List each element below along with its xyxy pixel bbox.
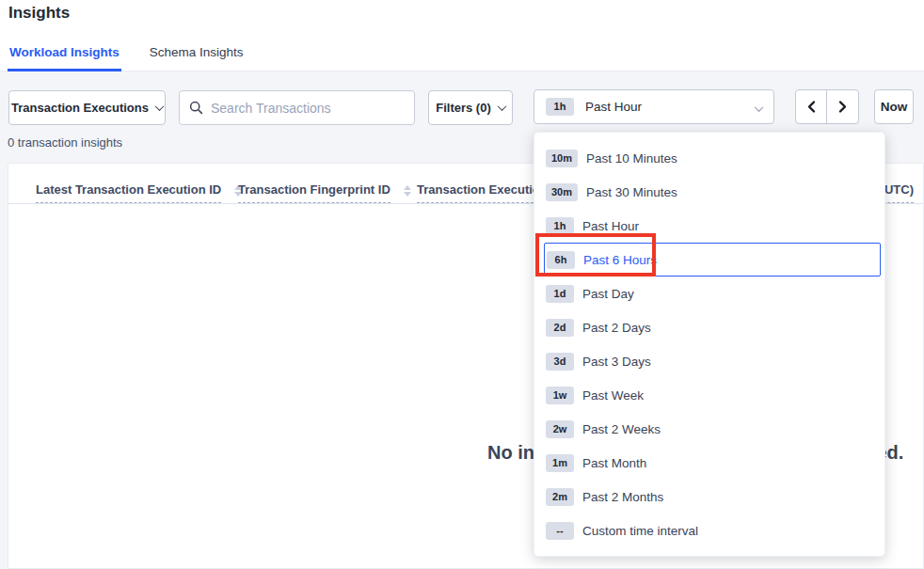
time-option[interactable]: 1dPast Day <box>534 277 884 310</box>
time-option[interactable]: 3dPast 3 Days <box>534 344 884 378</box>
column-header-transaction-execution[interactable]: Transaction Execution <box>417 182 548 203</box>
chevron-down-icon <box>155 102 165 111</box>
time-option-label: Past 2 Weeks <box>582 422 661 436</box>
time-option-label: Past 3 Days <box>582 355 651 369</box>
search-icon <box>189 101 203 115</box>
time-option-badge: 3d <box>546 353 574 371</box>
time-range-selector[interactable]: 1h Past Hour <box>534 89 774 124</box>
time-option-label: Past Day <box>582 287 634 301</box>
time-option-badge: 2w <box>546 420 574 438</box>
time-option-label: Past Hour <box>582 219 639 233</box>
page-header: Insights Workload Insights Schema Insigh… <box>0 0 924 71</box>
time-option[interactable]: 2mPast 2 Months <box>534 480 884 514</box>
search-box[interactable] <box>179 90 415 125</box>
time-option[interactable]: 30mPast 30 Minutes <box>534 175 884 209</box>
time-option-badge: 10m <box>546 150 578 167</box>
time-range-arrows <box>795 89 859 124</box>
time-option-label: Past Month <box>582 456 646 470</box>
now-label: Now <box>881 100 908 114</box>
time-range-label: Past Hour <box>585 100 642 114</box>
time-option[interactable]: 1wPast Week <box>534 378 884 412</box>
time-option[interactable]: 1hPast Hour <box>534 209 884 243</box>
tab-workload-insights[interactable]: Workload Insights <box>8 45 121 71</box>
chevron-down-icon <box>497 102 506 111</box>
time-option-badge: 2d <box>546 319 574 337</box>
time-interval-dropdown: 10mPast 10 Minutes30mPast 30 Minutes1hPa… <box>534 132 885 557</box>
time-option[interactable]: 2dPast 2 Days <box>534 310 884 344</box>
time-option[interactable]: 6hPast 6 Hours <box>544 243 881 277</box>
now-button[interactable]: Now <box>874 89 914 124</box>
view-selector-dropdown[interactable]: Transaction Executions <box>8 90 166 125</box>
filters-label: Filters (0) <box>436 101 491 115</box>
chevron-right-icon <box>837 100 848 114</box>
column-header-transaction-fingerprint-id[interactable]: Transaction Fingerprint ID <box>238 182 411 203</box>
time-option-label: Past 6 Hours <box>583 253 657 267</box>
page-title: Insights <box>8 4 70 23</box>
next-range-button[interactable] <box>827 90 858 123</box>
previous-range-button[interactable] <box>796 90 827 123</box>
time-option[interactable]: --Custom time interval <box>534 514 884 547</box>
time-range-badge: 1h <box>546 98 574 116</box>
tab-bar: Workload Insights Schema Insights <box>8 45 246 71</box>
time-option-badge: -- <box>546 522 574 540</box>
time-option-badge: 1m <box>546 454 574 472</box>
time-option-label: Custom time interval <box>582 524 698 538</box>
time-option-label: Past Week <box>582 388 644 403</box>
column-header-latest-transaction-execution-id[interactable]: Latest Transaction Execution ID <box>36 182 242 203</box>
sort-icon[interactable] <box>404 182 411 197</box>
chevron-down-icon <box>756 99 762 116</box>
time-option-badge: 1w <box>546 387 574 404</box>
time-option-badge: 30m <box>546 183 578 201</box>
time-option-badge: 1d <box>546 285 574 303</box>
tab-schema-insights[interactable]: Schema Insights <box>148 45 246 71</box>
time-option[interactable]: 10mPast 10 Minutes <box>534 141 884 175</box>
time-option[interactable]: 2wPast 2 Weeks <box>534 412 884 446</box>
time-option-label: Past 10 Minutes <box>586 151 677 166</box>
time-option-label: Past 30 Minutes <box>586 185 677 199</box>
time-option-label: Past 2 Months <box>582 490 663 504</box>
view-selector-label: Transaction Executions <box>11 101 149 115</box>
filters-button[interactable]: Filters (0) <box>428 90 513 125</box>
search-input[interactable] <box>211 101 405 116</box>
time-option-badge: 2m <box>546 488 574 506</box>
time-option-badge: 1h <box>546 217 574 235</box>
insights-count: 0 transaction insights <box>8 135 122 150</box>
chevron-left-icon <box>806 100 817 114</box>
time-option-badge: 6h <box>547 251 575 269</box>
time-option[interactable]: 1mPast Month <box>534 446 884 480</box>
time-option-label: Past 2 Days <box>582 321 651 335</box>
